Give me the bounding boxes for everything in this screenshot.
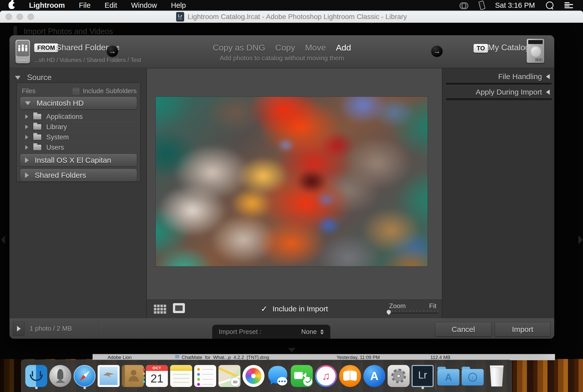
- file-handling-section-header[interactable]: File Handling: [498, 72, 550, 81]
- method-copy-as-dng[interactable]: Copy as DNG: [213, 43, 265, 53]
- dock-itunes-icon[interactable]: ♫: [315, 363, 338, 389]
- dock-trash-icon[interactable]: [485, 363, 508, 389]
- cancel-button[interactable]: Cancel: [435, 322, 492, 337]
- photo-preview[interactable]: [156, 97, 428, 266]
- grid-view-icon[interactable]: [154, 305, 156, 307]
- panel-reveal-arrow-left-icon[interactable]: [1, 235, 5, 244]
- dock-photos-icon[interactable]: [242, 363, 265, 389]
- dimmed-icon-fragment: [14, 26, 17, 37]
- source-panel: Source Files Include Subfolders Macintos…: [10, 68, 146, 318]
- volume-shared-folders[interactable]: Shared Folders: [20, 169, 137, 182]
- dock-launchpad-icon[interactable]: [49, 363, 72, 389]
- row-disclosure-icon[interactable]: [25, 125, 28, 129]
- dock-calendar-icon[interactable]: OCT 21: [145, 363, 168, 389]
- catalog-drive-icon: [527, 39, 544, 63]
- import-preset-bar[interactable]: Import Preset : None: [212, 325, 330, 339]
- dock-notes-icon[interactable]: [170, 363, 193, 389]
- dock-system-preferences-icon[interactable]: [387, 363, 410, 389]
- dock-maps-icon[interactable]: 3D: [218, 363, 241, 389]
- divider: [27, 320, 27, 337]
- spotlight-search-icon[interactable]: [546, 2, 553, 9]
- method-copy[interactable]: Copy: [275, 43, 295, 53]
- method-description: Add photos to catalog without moving the…: [220, 54, 344, 62]
- include-in-import-toggle[interactable]: ✓ Include in Import: [261, 304, 328, 314]
- divider: [99, 320, 99, 337]
- menu-clock[interactable]: Sat 3:16 PM: [495, 1, 535, 10]
- volume-disclosure-icon[interactable]: [25, 157, 29, 163]
- dock-contacts-icon[interactable]: [121, 363, 144, 389]
- include-subfolders-label: Include Subfolders: [83, 87, 137, 95]
- preset-stepper-icon[interactable]: [320, 329, 324, 334]
- finder-folder-name: Adobe Lion: [108, 355, 132, 360]
- tree-row-applications[interactable]: Applications: [20, 112, 137, 122]
- include-subfolders-checkbox[interactable]: [73, 88, 79, 94]
- volume-disclosure-icon[interactable]: [25, 172, 29, 178]
- folder-icon: [33, 134, 42, 140]
- include-in-import-label: Include in Import: [272, 305, 328, 313]
- to-destination-select[interactable]: My Catalog: [488, 43, 530, 52]
- folder-icon: [33, 144, 42, 151]
- row-disclosure-icon[interactable]: [25, 135, 28, 139]
- row-disclosure-icon[interactable]: [25, 114, 28, 119]
- dock-lightroom-icon[interactable]: Lr: [411, 363, 434, 389]
- preview-toolbar: ✓ Include in Import Zoom Fit: [147, 299, 442, 318]
- method-add-selected[interactable]: Add: [336, 43, 351, 53]
- people-glyph: [17, 44, 28, 53]
- apple-menu-icon[interactable]: [9, 2, 15, 9]
- dock-facetime-icon[interactable]: [290, 363, 313, 389]
- source-panel-header[interactable]: Source: [15, 73, 52, 82]
- checkmark-icon: ✓: [261, 304, 267, 314]
- import-progress-button[interactable]: [13, 321, 25, 336]
- mouse-cursor-icon: [479, 1, 485, 9]
- zoom-slider-ticks: [389, 310, 439, 312]
- menu-bar: Lightroom File Edit Window Help Sat 3:16…: [0, 0, 583, 11]
- filmstrip-reveal-arrow-icon[interactable]: [288, 348, 296, 352]
- row-disclosure-icon[interactable]: [25, 145, 28, 150]
- volume-macintosh-hd[interactable]: Macintosh HD: [20, 97, 137, 110]
- method-move[interactable]: Move: [305, 43, 326, 53]
- dock-app-store-icon[interactable]: A: [363, 363, 386, 389]
- tree-row-system[interactable]: System: [20, 132, 137, 142]
- dock-safari-icon[interactable]: [73, 363, 96, 389]
- finder-file-size: 112.4 MB: [430, 355, 450, 360]
- maps-3d-badge: 3D: [230, 377, 240, 386]
- menu-help[interactable]: Help: [171, 1, 186, 10]
- folder-tree: Applications Library System: [20, 112, 137, 152]
- dock-reminders-icon[interactable]: [194, 363, 217, 389]
- section-divider: [446, 98, 552, 100]
- dmg-file-icon: [175, 355, 179, 358]
- menu-edit[interactable]: Edit: [105, 1, 117, 10]
- dock-finder-icon[interactable]: [25, 363, 48, 389]
- section-divider: [446, 83, 552, 85]
- collapse-arrow-icon: [546, 74, 550, 79]
- tree-row-users[interactable]: Users: [20, 142, 137, 152]
- tree-row-library[interactable]: Library: [20, 122, 137, 132]
- to-arrow-icon: →: [431, 45, 443, 57]
- apply-during-import-section-header[interactable]: Apply During Import: [476, 88, 550, 96]
- shared-folders-drive-icon: [16, 40, 30, 63]
- zoom-slider-track[interactable]: [389, 313, 439, 314]
- menu-app-name[interactable]: Lightroom: [29, 1, 65, 10]
- volume-disclosure-icon[interactable]: [25, 101, 31, 105]
- dock-applications-folder-icon[interactable]: A: [437, 363, 460, 389]
- zoom-label: Zoom: [389, 302, 406, 310]
- dock-downloads-folder-icon[interactable]: ↓: [461, 363, 484, 389]
- creative-cloud-icon[interactable]: [459, 0, 469, 10]
- menu-window[interactable]: Window: [131, 1, 157, 10]
- panel-reveal-arrow-right-icon[interactable]: [578, 235, 582, 244]
- import-button[interactable]: Import: [495, 322, 550, 337]
- background-finder-window-row: Adobe Lion ChatMate_for_What...p_4.2.2_[…: [93, 354, 555, 360]
- import-preset-value[interactable]: None: [301, 328, 317, 336]
- dock-messages-icon[interactable]: [266, 363, 289, 389]
- fit-label[interactable]: Fit: [429, 302, 436, 310]
- notification-center-icon[interactable]: [564, 2, 573, 8]
- from-badge: FROM: [34, 43, 58, 52]
- loupe-view-icon[interactable]: [173, 303, 185, 313]
- import-dialog-header: FROM Shared Folders ...sh HD / Volumes /…: [10, 35, 554, 68]
- dock-mail-icon[interactable]: [97, 363, 120, 389]
- menu-file[interactable]: File: [79, 1, 91, 10]
- dock-ibooks-icon[interactable]: [339, 363, 362, 389]
- window-title-bar: Lr CAT Lightroom Catalog.lrcat - Adobe P…: [0, 11, 583, 23]
- volume-install-os-x[interactable]: Install OS X El Capitan: [20, 154, 137, 167]
- source-disclosure-icon[interactable]: [15, 76, 21, 80]
